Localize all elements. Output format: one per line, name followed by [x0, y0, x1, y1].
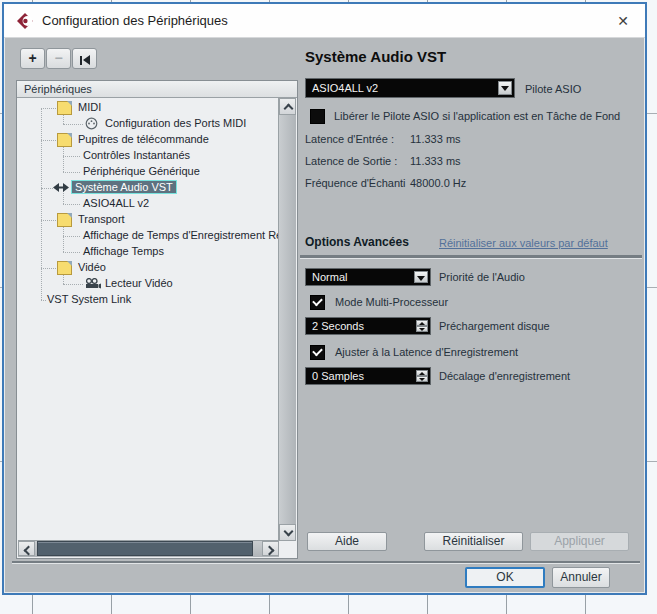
desktop-background: Configuration des Périphériques ✕ + − Pé…	[0, 0, 657, 614]
tree-item-vst-system-link[interactable]: VST System Link	[17, 292, 279, 307]
adjust-record-latency-label: Ajuster à la Latence d'Enregistrement	[335, 346, 518, 358]
remove-device-button[interactable]: −	[46, 48, 71, 69]
apply-button[interactable]: Appliquer	[530, 532, 629, 551]
disk-preload-value: 2 Seconds	[312, 318, 364, 334]
tree-item-video[interactable]: Vidéo	[17, 260, 279, 275]
scroll-up-button[interactable]	[279, 98, 296, 115]
close-icon[interactable]: ✕	[611, 9, 635, 33]
record-offset-label: Décalage d'enregistrement	[439, 370, 570, 382]
input-latency-value: 11.333 ms	[410, 133, 461, 145]
asio-driver-select[interactable]: ASIO4ALL v2	[305, 78, 515, 98]
tree-item-label: Affichage de Temps d'Enregistrement Rest	[83, 229, 279, 241]
reset-button[interactable]: Réinitialiser	[424, 532, 523, 551]
device-tree: Périphériques MIDI Configuration d	[16, 80, 298, 559]
check-icon	[312, 296, 323, 307]
folder-icon	[57, 133, 72, 147]
reset-devices-button[interactable]	[72, 48, 97, 69]
cancel-button[interactable]: Annuler	[552, 567, 610, 588]
tree-item-label: MIDI	[78, 101, 101, 113]
tree-item-midi[interactable]: MIDI	[17, 100, 279, 115]
spin-down-icon[interactable]	[416, 326, 428, 332]
spin-down-icon[interactable]	[416, 376, 428, 382]
tree-item-video-player[interactable]: Lecteur Vidéo	[17, 276, 279, 291]
tree-item-label: Vidéo	[78, 261, 106, 273]
audio-priority-label: Priorité de l'Audio	[439, 271, 525, 283]
adjust-record-latency-checkbox[interactable]	[310, 345, 325, 360]
folder-icon	[57, 213, 72, 227]
panel-title: Système Audio VST	[305, 48, 446, 65]
midi-port-icon	[85, 117, 98, 130]
tree-item-label: VST System Link	[47, 293, 131, 305]
tree-item-quick-controls[interactable]: Contrôles Instantanés	[17, 148, 279, 163]
multi-processor-label: Mode Multi-Processeur	[335, 296, 448, 308]
asio-driver-label: Pilote ASIO	[525, 83, 581, 95]
help-button[interactable]: Aide	[307, 532, 387, 551]
chevron-down-icon[interactable]	[498, 81, 512, 95]
scroll-left-button[interactable]	[18, 541, 35, 556]
tree-item-vst-audio-system[interactable]: Système Audio VST	[17, 180, 279, 195]
tree-item-transport[interactable]: Transport	[17, 212, 279, 227]
audio-priority-value: Normal	[312, 269, 347, 285]
tree-item-remote-devices[interactable]: Pupitres de télécommande	[17, 132, 279, 147]
tree-vertical-scrollbar[interactable]	[278, 98, 296, 541]
tree-item-label-selected: Système Audio VST	[71, 180, 177, 194]
check-icon	[312, 346, 323, 357]
tree-item-label: Affichage Temps	[83, 245, 164, 257]
folder-icon	[57, 101, 72, 115]
scroll-right-button[interactable]	[262, 541, 279, 556]
tree-item-asio4all[interactable]: ASIO4ALL v2	[17, 196, 279, 211]
tree-item-midi-port-setup[interactable]: Configuration des Ports MIDI	[17, 116, 279, 131]
separator	[300, 255, 642, 259]
disk-preload-label: Préchargement disque	[439, 320, 550, 332]
ok-button[interactable]: OK	[465, 567, 545, 588]
device-setup-dialog: Configuration des Périphériques ✕ + − Pé…	[2, 2, 647, 595]
add-device-button[interactable]: +	[20, 48, 45, 69]
tree-item-label: Lecteur Vidéo	[105, 277, 173, 289]
scroll-down-button[interactable]	[279, 524, 296, 541]
tree-header: Périphériques	[17, 81, 297, 98]
tree-item-label: Périphérique Générique	[83, 165, 200, 177]
title-bar[interactable]: Configuration des Périphériques ✕	[4, 4, 645, 38]
advanced-options-title: Options Avancées	[305, 235, 409, 249]
sample-rate-value: 48000.0 Hz	[410, 177, 466, 189]
footer-separator	[12, 561, 640, 564]
tree-item-label: ASIO4ALL v2	[83, 197, 149, 209]
spinner-buttons	[416, 320, 428, 332]
asio-driver-value: ASIO4ALL v2	[312, 79, 378, 97]
audio-priority-select[interactable]: Normal	[305, 268, 431, 286]
output-latency-value: 11.333 ms	[410, 155, 461, 167]
reset-defaults-link[interactable]: Réinitialiser aux valeurs par défaut	[439, 237, 608, 249]
chevron-down-icon[interactable]	[414, 271, 428, 283]
reset-icon	[80, 50, 90, 69]
tree-item-generic-remote[interactable]: Périphérique Générique	[17, 164, 279, 179]
folder-icon	[57, 261, 72, 275]
release-driver-label: Libérer le Pilote ASIO si l'application …	[334, 110, 620, 122]
video-player-icon	[85, 278, 101, 289]
horizontal-scroll-thumb[interactable]	[37, 541, 253, 556]
tree-item-label: Configuration des Ports MIDI	[105, 117, 246, 129]
input-latency-label: Latence d'Entrée :	[305, 133, 394, 145]
spinner-buttons	[416, 370, 428, 382]
cubase-app-icon	[16, 12, 34, 30]
audio-system-icon	[53, 182, 69, 193]
record-offset-value: 0 Samples	[312, 368, 364, 384]
tree-item-time-display[interactable]: Affichage Temps	[17, 244, 279, 259]
output-latency-label: Latence de Sortie :	[305, 155, 397, 167]
release-driver-checkbox[interactable]	[310, 109, 325, 124]
multi-processor-checkbox[interactable]	[310, 295, 325, 310]
sample-rate-label: Fréquence d'Échanti	[305, 177, 406, 189]
window-title: Configuration des Périphériques	[42, 4, 228, 37]
tree-item-label: Contrôles Instantanés	[83, 149, 190, 161]
disk-preload-spinner[interactable]: 2 Seconds	[305, 317, 431, 335]
tree-item-label: Transport	[78, 213, 125, 225]
tree-horizontal-scrollbar[interactable]	[18, 540, 279, 557]
record-offset-spinner[interactable]: 0 Samples	[305, 367, 431, 385]
tree-item-label: Pupitres de télécommande	[78, 133, 209, 145]
tree-item-record-time-display[interactable]: Affichage de Temps d'Enregistrement Rest	[17, 228, 279, 243]
